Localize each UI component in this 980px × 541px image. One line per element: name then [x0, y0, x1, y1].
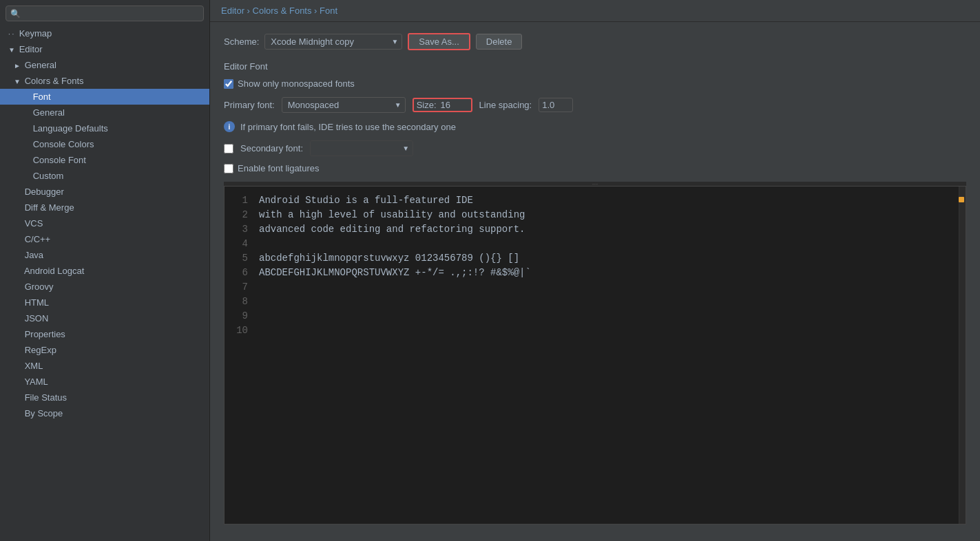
sidebar-item-label: JSON	[25, 313, 49, 323]
sidebar-item-general-sub[interactable]: General	[0, 105, 209, 120]
code-text-2: with a high level of usability and outst…	[259, 208, 525, 222]
delete-button[interactable]: Delete	[476, 34, 523, 50]
sidebar-item-by-scope[interactable]: By Scope	[0, 405, 209, 421]
code-line-8: 8	[225, 295, 959, 309]
content-area: Editor › Colors & Fonts › Font Scheme: X…	[210, 0, 980, 541]
search-input[interactable]	[23, 8, 199, 19]
sidebar-item-regexp[interactable]: RegExp	[0, 342, 209, 358]
sidebar-item-colors-fonts[interactable]: ▼ Colors & Fonts	[0, 73, 209, 89]
sidebar-item-vcs[interactable]: VCS	[0, 215, 209, 231]
enable-ligatures-checkbox[interactable]	[224, 164, 233, 173]
expand-icon: · ·	[8, 30, 17, 38]
code-line-1: 1 Android Studio is a full-featured IDE	[225, 193, 959, 208]
line-num-9: 9	[231, 309, 248, 323]
sidebar-item-cpp[interactable]: C/C++	[0, 231, 209, 247]
primary-font-row: Primary font: Monospaced ▼ Size: Line sp…	[224, 97, 966, 113]
preview-scrollbar[interactable]	[959, 187, 966, 524]
expand-icon	[14, 236, 22, 244]
enable-ligatures-row: Enable font ligatures	[224, 163, 966, 173]
sidebar-item-console-colors[interactable]: Console Colors	[0, 136, 209, 152]
save-as-button[interactable]: Save As...	[408, 33, 470, 50]
sidebar-item-label: By Scope	[25, 408, 63, 418]
sidebar-item-label: General	[25, 60, 56, 70]
sidebar-item-diff-merge[interactable]: Diff & Merge	[0, 200, 209, 215]
sidebar-item-editor[interactable]: ▼ Editor	[0, 41, 209, 57]
expand-icon	[14, 268, 22, 275]
line-num-10: 10	[231, 323, 248, 338]
line-num-7: 7	[231, 280, 248, 295]
sidebar-item-language-defaults[interactable]: Language Defaults	[0, 120, 209, 136]
line-num-5: 5	[231, 251, 248, 266]
sidebar-item-label: HTML	[25, 297, 49, 308]
secondary-font-label[interactable]: Secondary font:	[240, 143, 303, 153]
code-line-7: 7	[225, 280, 959, 295]
expand-icon	[22, 109, 30, 117]
sidebar-item-label: Android Logcat	[24, 266, 84, 276]
expand-icon: ▼	[8, 46, 17, 54]
sidebar-item-android-logcat[interactable]: Android Logcat	[0, 263, 209, 279]
sidebar-item-label: Console Colors	[33, 139, 94, 149]
expand-icon	[14, 363, 22, 370]
expand-icon	[22, 125, 30, 133]
expand-icon	[14, 379, 22, 386]
sidebar-item-debugger[interactable]: Debugger	[0, 184, 209, 200]
expand-icon	[14, 204, 22, 212]
enable-ligatures-label[interactable]: Enable font ligatures	[238, 163, 320, 173]
size-label: Size:	[417, 100, 437, 110]
code-text-5: abcdefghijklmnopqrstuvwxyz 0123456789 ()…	[259, 251, 519, 266]
sidebar-item-label: C/C++	[25, 234, 51, 244]
expand-icon	[22, 141, 30, 149]
sidebar-item-general[interactable]: ► General	[0, 57, 209, 73]
sidebar-item-keymap[interactable]: · · Keymap	[0, 25, 209, 41]
expand-icon	[14, 331, 22, 339]
primary-font-label: Primary font:	[224, 100, 275, 110]
info-row: i If primary font fails, IDE tries to us…	[224, 121, 966, 132]
sidebar-item-java[interactable]: Java	[0, 247, 209, 263]
sidebar-item-xml[interactable]: XML	[0, 358, 209, 374]
sidebar-item-label: Debugger	[25, 187, 64, 197]
code-text-1: Android Studio is a full-featured IDE	[259, 193, 473, 208]
sidebar-item-properties[interactable]: Properties	[0, 326, 209, 342]
editor-font-section-title: Editor Font	[224, 61, 966, 72]
info-icon: i	[224, 121, 235, 132]
expand-icon: ►	[14, 62, 22, 70]
line-num-2: 2	[231, 208, 248, 222]
sidebar-item-custom[interactable]: Custom	[0, 168, 209, 184]
expand-icon	[14, 189, 22, 196]
sidebar-item-file-status[interactable]: File Status	[0, 390, 209, 405]
line-spacing-input[interactable]	[539, 98, 573, 112]
secondary-font-select[interactable]	[310, 140, 413, 156]
sidebar-item-json[interactable]: JSON	[0, 310, 209, 326]
show-monospaced-checkbox[interactable]	[224, 79, 233, 89]
expand-icon	[22, 157, 30, 165]
preview-code: 1 Android Studio is a full-featured IDE …	[225, 187, 959, 524]
primary-font-select-wrap: Monospaced ▼	[282, 97, 406, 113]
expand-icon	[14, 315, 22, 323]
primary-font-select[interactable]: Monospaced	[282, 97, 406, 113]
secondary-font-checkbox[interactable]	[224, 144, 233, 153]
main-layout: 🔍 · · Keymap ▼ Editor ► General ▼ Colors…	[0, 0, 980, 541]
sidebar-item-label: YAML	[24, 376, 48, 387]
code-line-2: 2 with a high level of usability and out…	[225, 208, 959, 222]
code-line-5: 5 abcdefghijklmnopqrstuvwxyz 0123456789 …	[225, 251, 959, 266]
scheme-select[interactable]: Xcode Midnight copy Default Darcula	[264, 34, 402, 50]
secondary-font-row: Secondary font: ▼	[224, 140, 966, 156]
sidebar-item-label: Font	[33, 92, 51, 102]
sidebar-search-container[interactable]: 🔍	[6, 6, 204, 21]
sidebar-item-console-font[interactable]: Console Font	[0, 152, 209, 168]
expand-icon	[14, 394, 22, 402]
sidebar-item-html[interactable]: HTML	[0, 295, 209, 310]
expand-icon	[14, 284, 22, 291]
sidebar-item-yaml[interactable]: YAML	[0, 374, 209, 390]
code-line-10: 10	[225, 323, 959, 338]
sidebar-item-groovy[interactable]: Groovy	[0, 279, 209, 295]
sidebar-item-font[interactable]: Font	[0, 89, 209, 105]
size-input[interactable]	[441, 100, 468, 110]
sidebar: 🔍 · · Keymap ▼ Editor ► General ▼ Colors…	[0, 0, 210, 541]
sidebar-item-label: Diff & Merge	[25, 202, 74, 213]
show-monospaced-label[interactable]: Show only monospaced fonts	[238, 78, 355, 89]
expand-icon	[14, 299, 22, 307]
scheme-select-wrap: Xcode Midnight copy Default Darcula ▼	[264, 34, 402, 50]
scheme-row: Scheme: Xcode Midnight copy Default Darc…	[224, 33, 966, 50]
expand-icon	[14, 220, 22, 228]
